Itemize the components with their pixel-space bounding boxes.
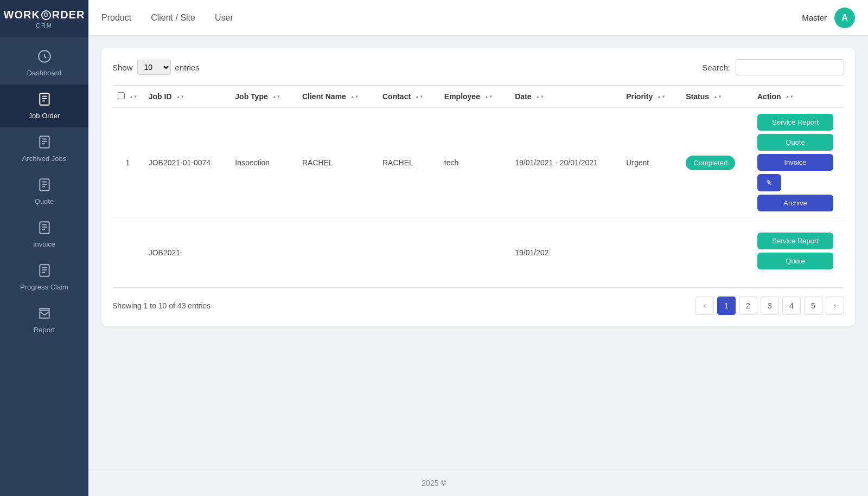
sidebar-item-report[interactable]: Report	[0, 299, 88, 342]
sidebar-item-archived-jobs[interactable]: Archived Jobs	[0, 127, 88, 170]
col-header-status[interactable]: Status ▲▼	[680, 86, 752, 108]
svg-rect-5	[40, 136, 49, 148]
sidebar-item-label-dashboard: Dashboard	[27, 69, 62, 77]
entries-label: entries	[175, 63, 200, 72]
row-2-job-id: JOB2021-	[143, 217, 230, 288]
col-header-contact[interactable]: Contact ▲▼	[377, 86, 439, 108]
page-button-2[interactable]: 2	[739, 297, 757, 315]
search-area: Search:	[702, 59, 844, 75]
sidebar-item-label-job-order: Job Order	[29, 112, 60, 120]
sidebar-item-dashboard[interactable]: Dashboard	[0, 42, 88, 85]
entries-select[interactable]: 10 25 50 100	[137, 60, 171, 75]
footer-copyright: 2025 ©	[422, 479, 446, 487]
next-page-button[interactable]: ›	[826, 297, 844, 315]
archive-button-1[interactable]: Archive	[757, 195, 833, 211]
row-1-job-id: JOB2021-01-0074	[143, 108, 230, 217]
row-1-num: 1	[125, 158, 130, 167]
main-content: Show 10 25 50 100 entries Search:	[88, 35, 868, 496]
table-row: JOB2021- 19/01/202 Service Report Quote	[112, 217, 844, 288]
logo-rder: RDER	[52, 9, 85, 21]
page-button-3[interactable]: 3	[761, 297, 779, 315]
row-1-client-name: RACHEL	[297, 108, 377, 217]
row-2-status	[680, 217, 752, 288]
sidebar-item-label-quote: Quote	[35, 197, 54, 205]
col-header-job-type[interactable]: Job Type ▲▼	[229, 86, 297, 108]
invoice-button-1[interactable]: Invoice	[757, 154, 833, 171]
table-controls: Show 10 25 50 100 entries Search:	[112, 59, 844, 75]
col-header-job-id-label: Job ID	[149, 92, 172, 101]
svg-rect-17	[40, 265, 49, 276]
col-header-client-name[interactable]: Client Name ▲▼	[297, 86, 377, 108]
nav-product[interactable]: Product	[101, 11, 131, 25]
col-header-employee[interactable]: Employee ▲▼	[439, 86, 509, 108]
show-label: Show	[112, 63, 133, 72]
logo-work: WORK	[4, 9, 40, 21]
page-button-5[interactable]: 5	[804, 297, 822, 315]
col-header-action[interactable]: Action ▲▼	[752, 86, 844, 108]
service-report-button-2[interactable]: Service Report	[757, 233, 833, 249]
service-report-button-1[interactable]: Service Report	[757, 114, 833, 131]
row-1-status: Completed	[680, 108, 752, 217]
sidebar-logo: WORK O RDER CRM	[0, 0, 88, 37]
col-header-job-type-label: Job Type	[235, 92, 267, 101]
row-1-actions: Service Report Quote Invoice ✎ Archive	[752, 108, 844, 217]
col-header-priority[interactable]: Priority ▲▼	[621, 86, 680, 108]
sidebar-item-invoice[interactable]: Invoice	[0, 213, 88, 256]
quote-icon	[37, 178, 52, 194]
col-header-employee-label: Employee	[444, 92, 480, 101]
col-header-client-name-label: Client Name	[302, 92, 346, 101]
col-header-checkbox: ▲▼	[112, 86, 143, 108]
header-right: Master A	[802, 8, 855, 28]
row-1-checkbox-cell: 1	[112, 108, 143, 217]
show-entries: Show 10 25 50 100 entries	[112, 60, 200, 75]
col-header-contact-label: Contact	[382, 92, 411, 101]
nav-client-site[interactable]: Client / Site	[151, 11, 195, 25]
invoice-icon	[37, 221, 52, 237]
sidebar-item-label-progress-claim: Progress Claim	[20, 283, 68, 291]
edit-icon: ✎	[766, 178, 773, 187]
avatar[interactable]: A	[834, 8, 855, 28]
page-button-4[interactable]: 4	[782, 297, 801, 315]
logo-ring: O	[41, 10, 51, 20]
quote-button-2[interactable]: Quote	[757, 253, 833, 269]
row-2-employee	[439, 217, 509, 288]
table-wrapper: ▲▼ Job ID ▲▼ Job Type ▲▼ Client Name ▲	[112, 85, 844, 288]
sidebar-item-label-invoice: Invoice	[33, 240, 55, 248]
svg-rect-13	[40, 222, 49, 234]
pagination: ‹ 1 2 3 4 5 ›	[695, 297, 844, 315]
archived-jobs-icon	[37, 135, 52, 151]
row-1-date: 19/01/2021 - 20/01/2021	[509, 108, 621, 217]
col-header-job-id[interactable]: Job ID ▲▼	[143, 86, 230, 108]
nav-user[interactable]: User	[215, 11, 233, 25]
page-button-1[interactable]: 1	[717, 297, 736, 315]
quote-button-1[interactable]: Quote	[757, 134, 833, 151]
status-badge: Completed	[686, 156, 735, 170]
row-2-client-name	[297, 217, 377, 288]
row-1-job-type: Inspection	[229, 108, 297, 217]
dashboard-icon	[37, 49, 52, 66]
row-2-date: 19/01/202	[509, 217, 621, 288]
svg-rect-1	[40, 93, 49, 105]
row-1-contact: RACHEL	[377, 108, 439, 217]
col-header-priority-label: Priority	[626, 92, 653, 101]
sidebar-item-label-archived-jobs: Archived Jobs	[22, 154, 67, 163]
row-2-priority	[621, 217, 680, 288]
sidebar-item-progress-claim[interactable]: Progress Claim	[0, 256, 88, 299]
search-label: Search:	[702, 63, 730, 72]
prev-page-button[interactable]: ‹	[695, 297, 714, 315]
sidebar-item-label-report: Report	[34, 326, 55, 334]
logo-crm: CRM	[36, 22, 53, 29]
sidebar: WORK O RDER CRM Dashboard Job Order	[0, 0, 88, 496]
showing-entries-text: Showing 1 to 10 of 43 entries	[112, 301, 210, 310]
row-2-checkbox-cell	[112, 217, 143, 288]
select-all-checkbox[interactable]	[118, 92, 125, 99]
sidebar-item-quote[interactable]: Quote	[0, 170, 88, 213]
row-1-employee: tech	[439, 108, 509, 217]
col-header-status-label: Status	[686, 92, 709, 101]
search-input[interactable]	[736, 59, 844, 75]
row-2-job-type	[229, 217, 297, 288]
edit-button-1[interactable]: ✎	[757, 174, 781, 191]
job-order-icon	[37, 92, 52, 108]
col-header-date[interactable]: Date ▲▼	[509, 86, 621, 108]
sidebar-item-job-order[interactable]: Job Order	[0, 85, 88, 127]
